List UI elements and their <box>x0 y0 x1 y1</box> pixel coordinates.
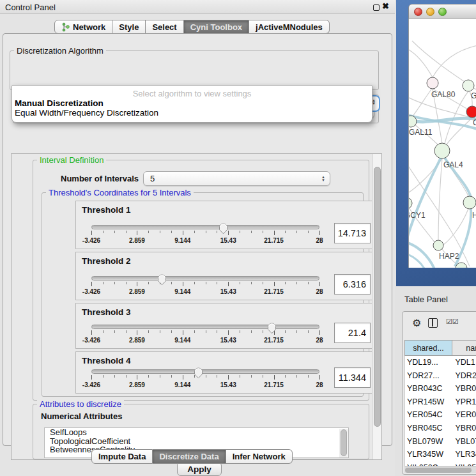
attribute-item-topologicalcoefficient[interactable]: TopologicalCoefficient <box>45 437 348 446</box>
bottom-tab-infer-network[interactable]: Infer Network <box>226 449 293 464</box>
tick-label: 9.144 <box>174 288 190 295</box>
settings-scrollbar-thumb[interactable] <box>374 167 381 427</box>
zoom-traffic-light[interactable] <box>438 8 447 16</box>
table-row[interactable]: YPR145WYPR145W <box>405 395 476 409</box>
threshold-2-slider: -3.4262.8599.14415.4321.71528 <box>91 264 319 297</box>
minimize-traffic-light[interactable] <box>426 8 434 16</box>
cell-shared-name[interactable]: YBR043C <box>405 382 453 395</box>
close-traffic-light[interactable] <box>414 8 422 16</box>
column-header-name[interactable]: name <box>452 340 476 356</box>
tab-style[interactable]: Style <box>112 20 146 34</box>
gear-icon[interactable]: ⚙ <box>412 317 421 329</box>
tick-mark <box>160 375 160 378</box>
cell-name[interactable]: YPR145W <box>453 395 476 409</box>
network-node-gal80[interactable] <box>427 77 438 89</box>
table-row[interactable]: YLR345WYLR345W <box>405 448 476 461</box>
table-row[interactable]: YER054CYER054C <box>405 408 476 422</box>
network-graph: GAL80GACGAL11GAL4GCY1HHAP2 <box>409 19 476 268</box>
threshold-2-slider-thumb[interactable] <box>157 274 167 286</box>
tick-mark <box>103 231 104 233</box>
cell-shared-name[interactable]: YPR145W <box>405 395 453 409</box>
float-window-icon[interactable] <box>373 4 380 11</box>
cell-name[interactable]: YDL1 <box>453 356 476 369</box>
network-canvas[interactable]: GAL80GACGAL11GAL4GCY1HHAP2 <box>408 19 476 268</box>
apply-button[interactable]: Apply <box>177 462 222 476</box>
threshold-1-value[interactable]: 14.713 <box>334 223 371 243</box>
tick-mark <box>308 375 309 378</box>
tab-cyni-toolbox[interactable]: Cyni Toolbox <box>184 20 249 34</box>
threshold-3-slider-thumb[interactable] <box>267 323 277 334</box>
cell-shared-name[interactable]: YBL079W <box>405 435 453 449</box>
tab-jactivemnodules[interactable]: jActiveMNodules <box>249 20 330 34</box>
close-icon[interactable]: ✖ <box>382 1 389 11</box>
cell-shared-name[interactable]: YDR27... <box>405 369 453 383</box>
network-node-ga[interactable] <box>463 80 474 91</box>
cell-name[interactable]: YBL079W <box>453 435 476 449</box>
cell-name[interactable]: YER054C <box>453 408 476 422</box>
table-row[interactable]: YBR043CYBR043C <box>405 382 476 395</box>
table-row[interactable]: YBL079WYBL079W <box>405 435 476 449</box>
network-node-hap2[interactable] <box>433 240 443 250</box>
threshold-2-slider-track[interactable] <box>91 276 319 280</box>
tick-mark <box>126 330 127 333</box>
table-row[interactable]: YIL052CYIL052C <box>405 461 476 466</box>
tick-mark <box>228 231 229 235</box>
threshold-1-slider-thumb[interactable] <box>219 223 228 234</box>
threshold-3-slider-track[interactable] <box>91 325 319 329</box>
algorithm-option-equal-width-frequency-discretization[interactable]: Equal Width/Frequency Discretization <box>14 108 371 118</box>
tick-label: 21.715 <box>264 237 284 244</box>
tick-mark <box>228 330 229 335</box>
cell-shared-name[interactable]: YDL19... <box>405 356 453 369</box>
threshold-2-value[interactable]: 6.316 <box>334 274 371 295</box>
network-node-gcy1[interactable] <box>409 197 412 209</box>
app-screen: Control Panel ✖ NetworkStyleSelectCyni T… <box>0 0 476 476</box>
tick-mark <box>251 330 252 333</box>
table-row[interactable]: YDR27...YDR2 <box>405 369 476 383</box>
tick-label: 15.43 <box>220 237 236 244</box>
threshold-4-value[interactable]: 11.344 <box>334 367 371 388</box>
cell-name[interactable]: YBR043C <box>453 382 476 395</box>
tick-mark <box>148 231 149 233</box>
tab-network[interactable]: Network <box>54 20 112 34</box>
bottom-tab-bar: Impute DataDiscretize DataInfer Network <box>91 449 293 464</box>
columns-icon[interactable] <box>428 318 438 328</box>
attributes-group-label: Attributes to discretize <box>37 399 124 409</box>
cell-shared-name[interactable]: YLR345W <box>405 448 453 461</box>
num-intervals-label: Number of Intervals <box>61 174 139 183</box>
network-node-label: HAP2 <box>439 252 459 261</box>
tick-mark <box>206 282 206 284</box>
cell-shared-name[interactable]: YIL052C <box>405 461 453 466</box>
tick-mark <box>194 282 195 284</box>
network-node-gal4[interactable] <box>434 143 450 158</box>
table-hscrollbar-thumb[interactable] <box>405 468 472 473</box>
tick-mark <box>206 375 206 378</box>
column-header-shared-name[interactable]: shared... <box>404 340 452 356</box>
threshold-1-slider-track[interactable] <box>91 225 319 229</box>
attributes-list-scrollbar[interactable] <box>339 429 348 458</box>
network-node-c[interactable] <box>466 106 476 118</box>
bottom-tab-discretize-data[interactable]: Discretize Data <box>153 449 226 464</box>
tick-mark <box>206 231 206 233</box>
tick-label: 21.715 <box>264 288 284 295</box>
cell-name[interactable]: YDR2 <box>453 369 476 383</box>
cell-name[interactable]: YBR045C <box>453 422 476 435</box>
threshold-4-slider-thumb[interactable] <box>194 367 203 379</box>
table-row[interactable]: YDL19...YDL1 <box>405 356 476 369</box>
cell-shared-name[interactable]: YBR045C <box>405 422 453 435</box>
select-columns-checkboxes-icon[interactable]: ☑☑ <box>446 318 459 326</box>
network-node-h[interactable] <box>463 196 476 209</box>
algorithm-option-manual-discretization[interactable]: Manual Discretization <box>14 98 371 108</box>
cell-name[interactable]: YIL052C <box>453 461 476 466</box>
attribute-item-selfloops[interactable]: SelfLoops <box>45 428 348 437</box>
cell-name[interactable]: YLR345W <box>453 448 476 461</box>
tick-mark <box>240 282 240 284</box>
tick-mark <box>160 231 160 233</box>
tab-select[interactable]: Select <box>146 20 183 34</box>
table-row[interactable]: YBR045CYBR045C <box>405 422 476 435</box>
bottom-tab-impute-data[interactable]: Impute Data <box>91 449 153 464</box>
threshold-3-value[interactable]: 21.4 <box>334 323 371 343</box>
cell-shared-name[interactable]: YER054C <box>405 408 453 422</box>
num-intervals-combo[interactable]: 5 ▲▼ <box>143 171 330 186</box>
tick-mark <box>274 231 275 235</box>
threshold-4-slider-track[interactable] <box>91 369 319 374</box>
